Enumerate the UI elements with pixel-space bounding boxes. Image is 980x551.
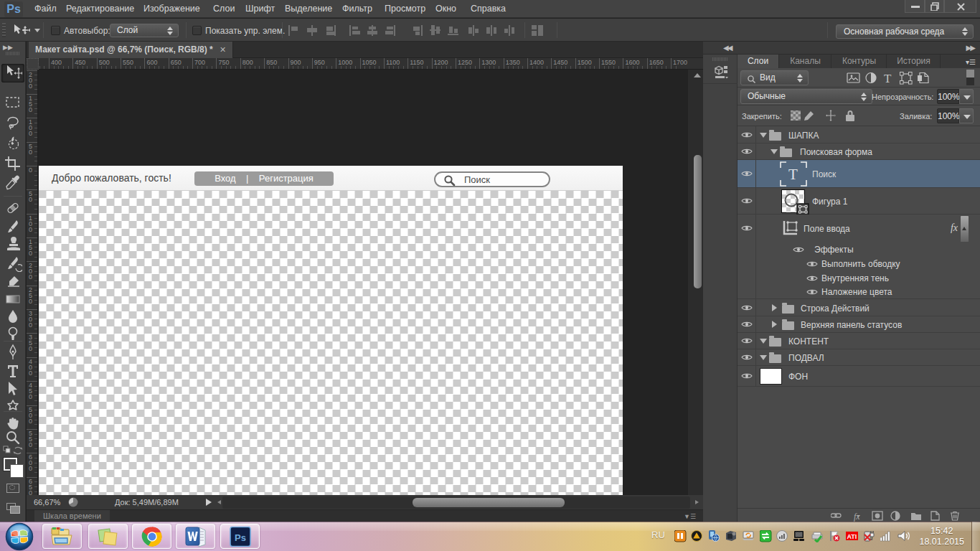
svg-text:Ps: Ps xyxy=(235,532,246,542)
svg-text:ATI: ATI xyxy=(847,533,857,540)
svg-text:T: T xyxy=(788,166,798,183)
svg-text:fx: fx xyxy=(854,512,860,522)
